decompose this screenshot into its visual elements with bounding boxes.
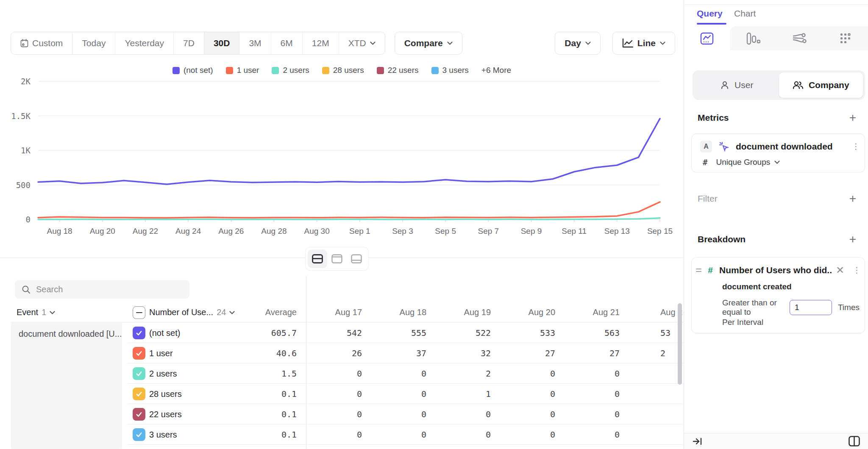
flow-icon xyxy=(792,33,807,44)
series-count: 24 xyxy=(217,308,226,317)
series-checkbox-checked[interactable] xyxy=(133,408,145,421)
date-value: 0 xyxy=(556,384,620,404)
series-checkbox-checked[interactable] xyxy=(133,347,145,360)
date-value: 27 xyxy=(492,343,555,363)
date-range-custom[interactable]: Custom xyxy=(11,32,72,54)
date-range-7d[interactable]: 7D xyxy=(174,32,204,54)
close-icon[interactable]: ✕ xyxy=(836,264,844,276)
compare-button[interactable]: Compare xyxy=(395,32,462,55)
series-label: (not set) xyxy=(149,323,180,343)
table-row[interactable]: (not set)605.754255552253356353 xyxy=(0,323,684,343)
select-all-checkbox-indeterminate[interactable] xyxy=(133,306,145,319)
series-checkbox-checked[interactable] xyxy=(133,367,145,380)
split-view-button[interactable] xyxy=(308,249,327,268)
svg-text:Aug 18: Aug 18 xyxy=(47,227,72,236)
table-row[interactable]: 2 users1.500200 xyxy=(0,363,684,384)
svg-text:1.5K: 1.5K xyxy=(11,111,31,121)
toolbar: CustomTodayYesterday7D30D3M6M12MXTD Comp… xyxy=(11,32,675,55)
metric-card[interactable]: A document downloaded ⋮ # Unique Groups xyxy=(691,133,865,172)
breakdown-per-interval[interactable]: Per Interval xyxy=(722,318,763,327)
date-range-3m[interactable]: 3M xyxy=(239,32,271,54)
table-row[interactable]: 22 users0.100000 xyxy=(0,404,684,424)
chart-type-tab-flow[interactable] xyxy=(776,26,823,50)
chevron-down-icon xyxy=(447,42,453,45)
series-label: 22 users xyxy=(149,404,182,424)
chart-type-tab-data-grid[interactable] xyxy=(822,26,868,50)
search-input[interactable]: Search xyxy=(15,280,189,299)
series-checkbox-checked[interactable] xyxy=(133,428,145,441)
metric-kebab-menu[interactable]: ⋮ xyxy=(852,144,858,149)
drag-handle-icon[interactable] xyxy=(696,269,701,272)
date-column-header: Aug 17 xyxy=(298,308,362,317)
add-metric-button[interactable]: + xyxy=(849,112,856,124)
breakdown-section-header: Breakdown + xyxy=(698,233,856,245)
toggle-option-company[interactable]: Company xyxy=(779,72,863,98)
series-label: 3 users xyxy=(149,424,177,445)
table-row[interactable]: 28 users0.100100 xyxy=(0,384,684,404)
interval-dropdown[interactable]: Day xyxy=(555,32,601,55)
date-value: 0 xyxy=(492,424,555,445)
date-range-yesterday[interactable]: Yesterday xyxy=(115,32,174,54)
date-range-12m[interactable]: 12M xyxy=(303,32,339,54)
search-placeholder: Search xyxy=(36,285,63,294)
add-breakdown-button[interactable]: + xyxy=(849,233,856,245)
series-label: 1 user xyxy=(149,343,173,363)
collapse-panel-icon[interactable] xyxy=(693,437,703,446)
table-top-view-button[interactable] xyxy=(327,249,347,268)
bar-chart-icon xyxy=(746,32,760,45)
add-filter-button[interactable]: + xyxy=(849,193,856,205)
date-value: 0 xyxy=(298,363,362,384)
active-tab-underline xyxy=(697,23,726,25)
event-column-header[interactable]: Event 1 xyxy=(17,308,55,317)
chevron-down-icon xyxy=(370,42,376,45)
svg-text:Aug 30: Aug 30 xyxy=(304,227,330,236)
metric-badge: A xyxy=(700,141,712,152)
svg-text:Aug 26: Aug 26 xyxy=(218,227,244,236)
chart-type-label: Line xyxy=(637,38,656,48)
date-value: 2 xyxy=(427,363,491,384)
date-range-today[interactable]: Today xyxy=(72,32,115,54)
series-checkbox-checked[interactable] xyxy=(133,327,145,339)
tab-query[interactable]: Query xyxy=(697,8,723,19)
table-header-divider xyxy=(11,322,684,322)
svg-text:1K: 1K xyxy=(21,146,31,155)
breakdown-card[interactable]: # Number of Users who did... ✕ ⋮ documen… xyxy=(691,257,865,333)
date-range-6m[interactable]: 6M xyxy=(271,32,303,54)
svg-text:Sep 7: Sep 7 xyxy=(478,227,499,236)
chart-type-tab-line-chart[interactable] xyxy=(684,26,730,50)
hash-icon: # xyxy=(703,158,707,167)
series-checkbox-checked[interactable] xyxy=(133,388,145,400)
split-view-icon[interactable] xyxy=(849,436,860,446)
date-value: 0 xyxy=(298,384,362,404)
date-range-xtd[interactable]: XTD xyxy=(339,32,385,54)
chevron-down-icon xyxy=(660,42,665,45)
chart-type-dropdown[interactable]: Line xyxy=(612,32,675,55)
toggle-option-user[interactable]: User xyxy=(695,72,779,98)
table-bottom-view-icon xyxy=(351,254,362,263)
table-row[interactable]: 3 users0.100000 xyxy=(0,424,684,445)
average-value: 605.7 xyxy=(233,323,297,343)
series-column-header[interactable]: Number of Use... 24 xyxy=(149,308,235,317)
panel-footer xyxy=(684,433,868,449)
tab-chart[interactable]: Chart xyxy=(734,8,756,19)
vertical-scrollbar[interactable] xyxy=(678,303,682,385)
date-value: 0 xyxy=(363,384,426,404)
metric-name: document downloaded xyxy=(736,141,846,152)
metric-aggregation[interactable]: # Unique Groups xyxy=(703,158,780,167)
table-row[interactable]: 1 user40.626373227272 xyxy=(0,343,684,363)
line-chart[interactable]: 05001K1.5K2KAug 18Aug 20Aug 22Aug 24Aug … xyxy=(0,72,684,241)
times-value-input[interactable] xyxy=(790,300,832,315)
breakdown-kebab-menu[interactable]: ⋮ xyxy=(853,268,859,272)
breakdown-event-name: document created xyxy=(722,282,792,291)
date-range-30d[interactable]: 30D xyxy=(204,32,240,54)
date-column-header: Aug 19 xyxy=(427,308,491,317)
breakdown-condition[interactable]: Greater than or equal to xyxy=(722,298,784,317)
table-bottom-view-button[interactable] xyxy=(347,249,366,268)
average-value: 0.1 xyxy=(233,384,297,404)
breakdown-unit: Times xyxy=(838,303,860,312)
breakdown-title: Breakdown xyxy=(698,234,746,244)
date-value: 0 xyxy=(492,404,555,424)
date-value: 0 xyxy=(298,424,362,445)
chart-type-tab-bar-chart[interactable] xyxy=(730,26,776,50)
chevron-down-icon xyxy=(585,42,591,45)
